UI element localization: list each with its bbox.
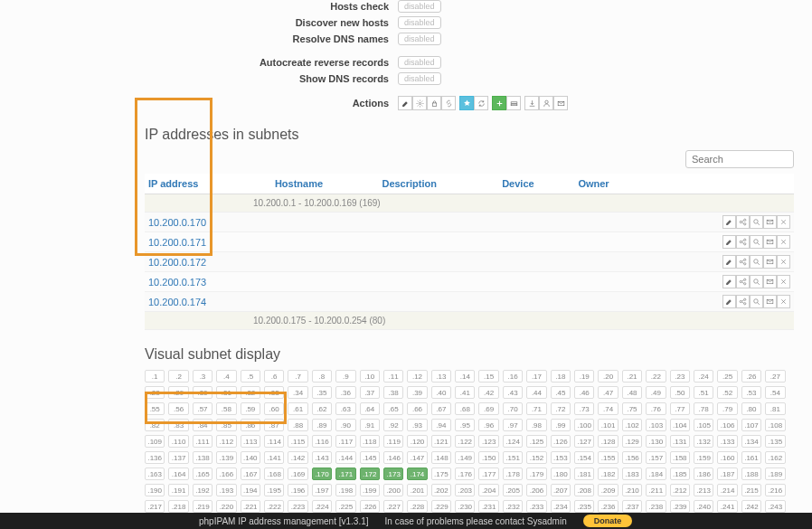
subnet-cell[interactable]: .59	[241, 402, 260, 415]
ip-link[interactable]: 10.200.0.171	[145, 232, 271, 252]
scan-button[interactable]	[506, 96, 521, 110]
subnet-cell[interactable]: .196	[288, 484, 307, 496]
subnet-cell[interactable]: .189	[765, 468, 785, 480]
subnet-cell[interactable]: .64	[360, 402, 380, 415]
subnet-cell[interactable]: .104	[670, 419, 690, 431]
subnet-cell[interactable]: .3	[193, 370, 212, 383]
subnet-cell[interactable]: .145	[360, 451, 380, 464]
subnet-cell[interactable]: .36	[335, 386, 355, 399]
subnet-cell[interactable]: .159	[694, 451, 713, 464]
subnet-cell[interactable]: .43	[503, 386, 523, 399]
subnet-cell[interactable]: .89	[312, 419, 332, 431]
subnet-cell[interactable]: .226	[360, 500, 380, 513]
subnet-cell[interactable]: .94	[431, 419, 451, 431]
subnet-cell[interactable]: .143	[312, 451, 332, 464]
subnet-cell[interactable]: .50	[670, 386, 690, 399]
edit-button[interactable]	[398, 96, 412, 110]
subnet-cell[interactable]: .110	[168, 435, 188, 448]
subnet-cell[interactable]: .2	[168, 370, 188, 383]
ip-link[interactable]: 10.200.0.172	[145, 252, 271, 272]
subnet-cell[interactable]: .83	[168, 419, 188, 431]
subnet-cell[interactable]: .132	[694, 435, 713, 448]
subnet-cell[interactable]: .170	[312, 468, 332, 480]
row-mail-button[interactable]	[763, 235, 777, 249]
subnet-cell[interactable]: .211	[646, 484, 666, 496]
subnet-cell[interactable]: .135	[765, 435, 785, 448]
subnet-cell[interactable]: .90	[335, 419, 355, 431]
subnet-cell[interactable]: .24	[694, 370, 713, 383]
row-share-button[interactable]	[736, 255, 750, 269]
subnet-cell[interactable]: .117	[335, 435, 355, 448]
subnet-cell[interactable]: .99	[551, 419, 571, 431]
subnet-cell[interactable]: .206	[526, 484, 546, 496]
subnet-cell[interactable]: .14	[455, 370, 475, 383]
subnet-cell[interactable]: .123	[478, 435, 498, 448]
row-search-button[interactable]	[750, 275, 763, 288]
row-edit-button[interactable]	[722, 255, 736, 269]
subnet-cell[interactable]: .138	[193, 451, 212, 464]
subnet-cell[interactable]: .142	[288, 451, 307, 464]
row-share-button[interactable]	[736, 295, 750, 308]
star-button[interactable]	[459, 96, 474, 110]
subnet-cell[interactable]: .71	[526, 402, 546, 415]
search-input[interactable]	[685, 150, 794, 168]
subnet-cell[interactable]: .40	[431, 386, 451, 399]
subnet-cell[interactable]: .6	[264, 370, 284, 383]
subnet-cell[interactable]: .85	[216, 419, 236, 431]
subnet-cell[interactable]: .134	[741, 435, 761, 448]
subnet-cell[interactable]: .137	[168, 451, 188, 464]
subnet-cell[interactable]: .228	[407, 500, 427, 513]
subnet-cell[interactable]: .95	[455, 419, 475, 431]
subnet-cell[interactable]: .184	[646, 468, 666, 480]
subnet-cell[interactable]: .42	[478, 386, 498, 399]
subnet-cell[interactable]: .47	[598, 386, 618, 399]
subnet-cell[interactable]: .120	[407, 435, 427, 448]
subnet-cell[interactable]: .239	[670, 500, 690, 513]
subnet-cell[interactable]: .177	[478, 468, 498, 480]
subnet-cell[interactable]: .73	[574, 402, 594, 415]
subnet-cell[interactable]: .157	[646, 451, 666, 464]
subnet-cell[interactable]: .97	[503, 419, 523, 431]
subnet-cell[interactable]: .91	[360, 419, 380, 431]
row-delete-button[interactable]	[777, 275, 790, 288]
subnet-cell[interactable]: .87	[264, 419, 284, 431]
subnet-cell[interactable]: .149	[455, 451, 475, 464]
row-share-button[interactable]	[736, 235, 750, 249]
subnet-cell[interactable]: .235	[574, 500, 594, 513]
subnet-cell[interactable]: .131	[670, 435, 690, 448]
subnet-cell[interactable]: .107	[741, 419, 761, 431]
subnet-cell[interactable]: .7	[288, 370, 307, 383]
subnet-cell[interactable]: .148	[431, 451, 451, 464]
subnet-cell[interactable]: .109	[145, 435, 165, 448]
subnet-cell[interactable]: .218	[168, 500, 188, 513]
subnet-cell[interactable]: .68	[455, 402, 475, 415]
add-button[interactable]	[492, 96, 506, 110]
subnet-cell[interactable]: .113	[241, 435, 260, 448]
subnet-cell[interactable]: .26	[741, 370, 761, 383]
subnet-cell[interactable]: .58	[216, 402, 236, 415]
subnet-cell[interactable]: .207	[551, 484, 571, 496]
subnet-cell[interactable]: .100	[574, 419, 594, 431]
subnet-cell[interactable]: .213	[694, 484, 713, 496]
subnet-cell[interactable]: .79	[717, 402, 737, 415]
subnet-cell[interactable]: .169	[288, 468, 307, 480]
subnet-cell[interactable]: .102	[622, 419, 642, 431]
subnet-cell[interactable]: .236	[598, 500, 618, 513]
subnet-cell[interactable]: .128	[598, 435, 618, 448]
row-edit-button[interactable]	[722, 295, 736, 308]
subnet-cell[interactable]: .147	[407, 451, 427, 464]
subnet-cell[interactable]: .186	[694, 468, 713, 480]
subnet-cell[interactable]: .13	[431, 370, 451, 383]
subnet-cell[interactable]: .88	[288, 419, 307, 431]
subnet-cell[interactable]: .209	[598, 484, 618, 496]
subnet-cell[interactable]: .19	[574, 370, 594, 383]
subnet-cell[interactable]: .208	[574, 484, 594, 496]
subnet-cell[interactable]: .139	[216, 451, 236, 464]
subnet-cell[interactable]: .65	[383, 402, 403, 415]
subnet-cell[interactable]: .215	[741, 484, 761, 496]
subnet-cell[interactable]: .54	[765, 386, 785, 399]
subnet-cell[interactable]: .22	[646, 370, 666, 383]
subnet-cell[interactable]: .194	[241, 484, 260, 496]
row-search-button[interactable]	[750, 295, 763, 308]
subnet-cell[interactable]: .181	[574, 468, 594, 480]
